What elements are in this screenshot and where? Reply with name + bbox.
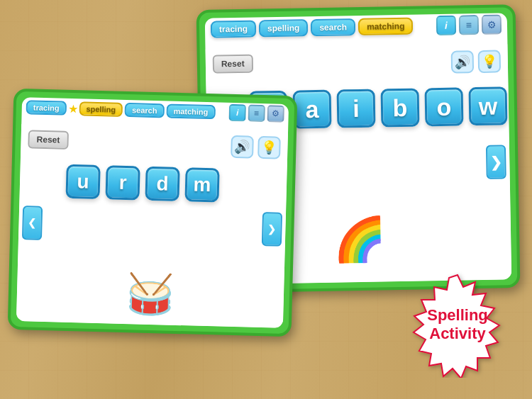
hint-icon-front[interactable]: 💡 xyxy=(257,136,281,159)
drum-emoji: 🥁 xyxy=(126,271,176,317)
front-card: tracing ★ spelling search matching i ≡ ⚙… xyxy=(8,89,298,337)
letter-u[interactable]: u xyxy=(65,164,100,199)
front-card-inner: tracing ★ spelling search matching i ≡ ⚙… xyxy=(16,97,289,328)
nav-arrow-left-front[interactable]: ❮ xyxy=(22,206,43,240)
list-icon-front[interactable]: ≡ xyxy=(248,104,265,122)
rainbow-emoji: 🌈 xyxy=(333,218,387,261)
front-card-tabs: tracing ★ spelling search matching i ≡ ⚙ xyxy=(21,97,289,125)
tab-search-front[interactable]: search xyxy=(125,103,165,118)
letter-w[interactable]: w xyxy=(469,86,508,125)
badge-line1: Spelling xyxy=(427,306,488,325)
letter-i[interactable]: i xyxy=(337,89,376,128)
letter-b[interactable]: b xyxy=(381,88,420,127)
letter-m[interactable]: m xyxy=(184,167,219,202)
reset-button-back[interactable]: Reset xyxy=(213,55,253,74)
reset-button-front[interactable]: Reset xyxy=(28,130,68,149)
list-icon-back[interactable]: ≡ xyxy=(459,15,479,35)
tab-matching-front[interactable]: matching xyxy=(166,103,215,119)
info-icon-front[interactable]: i xyxy=(228,104,246,122)
back-card-tabs: tracing spelling search matching i ≡ ⚙ xyxy=(205,13,508,42)
front-util-icons: 🔊 💡 xyxy=(231,135,281,159)
letter-tiles-front: u r d m xyxy=(65,164,219,203)
letter-a[interactable]: a xyxy=(293,90,332,129)
front-card-content: Reset 🔊 💡 ❮ u r d m 🥁 ❯ xyxy=(16,124,288,328)
tab-spelling-back[interactable]: spelling xyxy=(259,19,309,37)
tab-tracing-front[interactable]: tracing xyxy=(26,100,67,115)
sound-icon-back[interactable]: 🔊 xyxy=(451,50,475,74)
tab-search-back[interactable]: search xyxy=(311,18,355,36)
tab-spelling-front[interactable]: spelling xyxy=(79,101,123,117)
star-icon-front: ★ xyxy=(68,101,78,115)
info-icon-back[interactable]: i xyxy=(436,16,456,35)
letter-d[interactable]: d xyxy=(145,167,179,201)
letter-r2[interactable]: r xyxy=(105,165,140,200)
gear-icon-front[interactable]: ⚙ xyxy=(267,105,284,123)
letter-o[interactable]: o xyxy=(425,87,464,126)
badge-text: Spelling Activity xyxy=(427,306,488,344)
drum-image: 🥁 xyxy=(126,274,175,315)
sound-icon-front[interactable]: 🔊 xyxy=(231,135,254,159)
nav-arrow-right-front[interactable]: ❯ xyxy=(262,212,282,247)
rainbow-image: 🌈 xyxy=(333,218,387,261)
spelling-activity-badge: Spelling Activity xyxy=(404,271,511,378)
gear-icon-back[interactable]: ⚙ xyxy=(482,14,501,34)
tab-tracing-back[interactable]: tracing xyxy=(211,20,256,38)
back-util-icons: 🔊 💡 xyxy=(451,50,501,73)
badge-starburst: Spelling Activity xyxy=(404,271,511,378)
badge-line2: Activity xyxy=(427,325,488,343)
tab-matching-back[interactable]: matching xyxy=(358,18,414,35)
nav-arrow-right-back[interactable]: ❯ xyxy=(486,145,506,179)
hint-icon-back[interactable]: 💡 xyxy=(478,50,501,73)
